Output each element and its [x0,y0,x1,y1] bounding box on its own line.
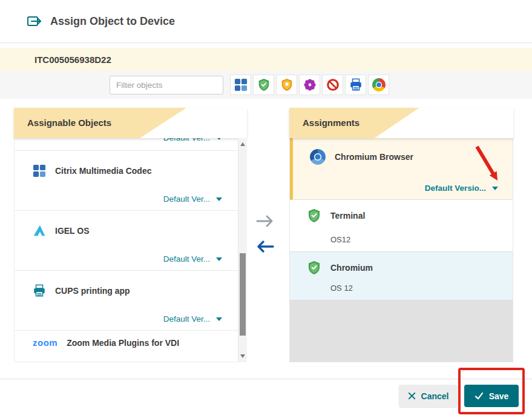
list-item-cups[interactable]: CUPS printing app Default Ver... [15,271,246,331]
apps-grid-icon[interactable] [230,75,251,95]
os-version-label: OS 12 [330,284,353,293]
list-item-partial[interactable]: Default Ver... [15,138,246,151]
check-icon [475,392,484,400]
red-ring-icon[interactable] [322,75,343,95]
chevron-down-icon [216,138,222,140]
assignments-title: Assignments [289,108,513,138]
assignable-objects-header: Assignable Objects [14,108,247,138]
save-label: Save [489,391,509,401]
object-type-filter-row [230,75,389,95]
list-item-zoom[interactable]: zoom Zoom Media Plugins for VDI [15,331,246,360]
assign-right-arrow-icon[interactable] [255,214,276,228]
assignments-header: Assignments [289,108,513,138]
citrix-codec-grid-icon [33,164,46,177]
cancel-label: Cancel [421,391,449,401]
object-name: CUPS printing app [55,286,130,296]
scroll-up-icon[interactable] [238,139,247,149]
save-button[interactable]: Save [464,385,519,407]
assignment-name: Chromium Browser [335,152,413,162]
object-name: Zoom Media Plugins for VDI [67,338,179,348]
cups-printer-icon [33,284,46,297]
version-dropdown[interactable]: Default Ver... [163,194,222,204]
assignments-panel: Assignments Chromium Browser [289,108,513,362]
assignment-item-terminal[interactable]: Terminal OS12 [290,200,513,252]
assignment-name: Chromium [330,263,373,273]
chevron-down-icon [216,257,222,261]
blue-printer-icon[interactable] [345,75,366,95]
zoom-wordmark-icon: zoom [33,337,57,348]
chevron-down-icon [216,317,222,321]
dialog-header: Assign Object to Device [0,0,532,43]
footer-divider [0,379,532,379]
chromium-browser-icon [310,149,326,165]
assignment-item-chromium[interactable]: Chromium OS 12 [290,252,513,300]
transfer-arrows [253,211,280,259]
scroll-down-icon[interactable] [238,351,247,361]
assignable-objects-title: Assignable Objects [14,108,247,138]
unassign-left-arrow-icon[interactable] [254,240,275,253]
assignment-name: Terminal [330,211,365,221]
igel-os-icon [33,224,46,237]
version-label: Default Ver... [163,194,210,204]
version-label: Default Ver... [163,254,210,264]
os-version-label: OS12 [330,235,350,244]
object-name: Citrix Multimedia Codec [55,166,151,176]
close-icon [408,392,416,400]
version-dropdown[interactable]: Default Ver... [163,254,222,264]
list-item-igel-os[interactable]: IGEL OS Default Ver... [15,211,246,271]
version-dropdown[interactable]: Default Ver... [163,314,222,323]
orange-shield-icon[interactable] [276,75,297,95]
assign-device-icon [27,14,42,28]
version-label: Default Ver... [163,314,210,323]
assignments-list: Chromium Browser Default Versio... [289,138,513,362]
purple-flower-icon[interactable] [299,75,320,95]
page-title: Assign Object to Device [50,15,175,28]
version-dropdown[interactable]: Default Ver... [163,138,222,142]
chevron-down-icon [216,197,222,201]
green-shield-icon [307,208,321,223]
version-label: Default Versio... [425,184,486,193]
chevron-down-icon [492,187,498,190]
green-shield-icon[interactable] [253,75,274,95]
device-id-bar: ITC005056938D22 [0,48,532,71]
filter-objects-input[interactable] [110,76,223,95]
device-id: ITC005056938D22 [34,55,111,65]
list-item-citrix-codec[interactable]: Citrix Multimedia Codec Default Ver... [15,151,246,211]
version-dropdown[interactable]: Default Versio... [425,184,498,193]
assign-object-dialog: Assign Object to Device ITC005056938D22 [0,0,532,418]
vertical-scrollbar[interactable] [238,138,247,362]
assignable-objects-panel: Assignable Objects Default Ver... [14,108,247,362]
cancel-button[interactable]: Cancel [399,385,458,407]
assignable-objects-list: Default Ver... Citrix Multimedia Codec [14,138,247,362]
version-label: Default Ver... [163,138,210,142]
scrollbar-thumb[interactable] [240,253,246,336]
chrome-browser-icon[interactable] [368,75,389,95]
assignment-item-chromium-browser[interactable]: Chromium Browser Default Versio... [290,138,513,200]
filter-toolbar [0,71,532,99]
object-name: IGEL OS [55,226,90,236]
green-shield-icon [307,260,321,275]
